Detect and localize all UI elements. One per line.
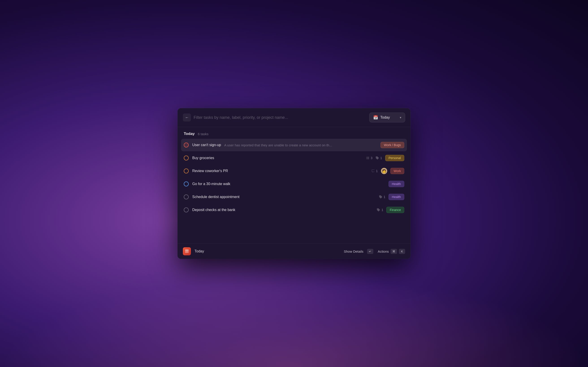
task-title: Review coworker's PR bbox=[192, 169, 228, 173]
cmd-key-badge: ⌘ bbox=[390, 249, 397, 254]
task-meta: Work / Bugs bbox=[380, 142, 404, 148]
chevron-down-icon: ▾ bbox=[400, 116, 401, 119]
task-title: Deposit checks at the bank bbox=[192, 208, 235, 212]
table-row[interactable]: Go for a 30-minute walk Health bbox=[181, 178, 407, 190]
tag-icon bbox=[379, 195, 382, 199]
date-selector[interactable]: 📅 Today ▾ bbox=[369, 113, 405, 122]
task-list: User can't sign-up A user has reported t… bbox=[177, 139, 411, 216]
tag-count: 1 bbox=[379, 195, 385, 199]
app-logo bbox=[183, 247, 191, 255]
task-meta: Health bbox=[389, 181, 404, 187]
app-window: ← 📅 Today ▾ Today 6 tasks User can't sig… bbox=[177, 108, 411, 259]
search-input[interactable] bbox=[194, 115, 367, 120]
task-checkbox[interactable] bbox=[184, 168, 189, 174]
task-description: A user has reported that they are unable… bbox=[224, 143, 332, 147]
comment-icon bbox=[371, 169, 375, 173]
subtask-icon bbox=[366, 156, 370, 160]
task-tag[interactable]: Work bbox=[390, 168, 404, 174]
task-tag[interactable]: Personal bbox=[385, 155, 404, 161]
tag-count: 1 bbox=[376, 156, 382, 160]
task-meta: 1 Finance bbox=[377, 207, 404, 213]
subtask-count: 3 bbox=[366, 156, 372, 160]
task-tag[interactable]: Health bbox=[389, 194, 404, 200]
task-tag[interactable]: Work / Bugs bbox=[380, 142, 404, 148]
task-title: Go for a 30-minute walk bbox=[192, 182, 230, 186]
comment-count: 1 bbox=[371, 169, 378, 173]
section-title: Today bbox=[184, 132, 195, 136]
tag-icon bbox=[376, 156, 379, 160]
svg-rect-0 bbox=[185, 250, 189, 250]
table-row[interactable]: Schedule dentist appointment 1 Health bbox=[181, 191, 407, 203]
task-tag[interactable]: Finance bbox=[386, 207, 404, 213]
table-row[interactable]: Review coworker's PR 1 🧑 Work bbox=[181, 165, 407, 177]
svg-rect-2 bbox=[185, 252, 189, 253]
task-count: 6 tasks bbox=[198, 132, 209, 136]
task-tag[interactable]: Health bbox=[389, 181, 404, 187]
calendar-icon: 📅 bbox=[373, 115, 378, 120]
back-button[interactable]: ← bbox=[183, 113, 191, 122]
task-checkbox[interactable] bbox=[184, 156, 189, 160]
task-checkbox[interactable] bbox=[184, 194, 189, 199]
table-row[interactable]: Deposit checks at the bank 1 Finance bbox=[181, 204, 407, 216]
task-checkbox[interactable] bbox=[184, 142, 189, 148]
task-checkbox[interactable] bbox=[184, 208, 189, 212]
table-row[interactable]: User can't sign-up A user has reported t… bbox=[181, 139, 407, 151]
section-header: Today 6 tasks bbox=[177, 127, 411, 139]
bottom-right: Show Details ↵ Actions ⌘ K bbox=[344, 249, 405, 254]
task-title: User can't sign-up bbox=[192, 143, 221, 147]
tag-icon bbox=[377, 208, 380, 212]
avatar: 🧑 bbox=[381, 168, 387, 174]
content-area: Today 6 tasks User can't sign-up A user … bbox=[177, 127, 411, 217]
task-meta: 1 Health bbox=[379, 194, 404, 200]
date-label: Today bbox=[380, 116, 398, 119]
bottom-bar-title: Today bbox=[195, 249, 340, 253]
task-title: Buy groceries bbox=[192, 156, 214, 160]
logo-icon bbox=[184, 249, 189, 254]
show-details-button[interactable]: Show Details bbox=[344, 250, 363, 253]
empty-area bbox=[177, 217, 411, 243]
table-row[interactable]: Buy groceries 3 1 Personal bbox=[181, 152, 407, 164]
tag-count: 1 bbox=[377, 208, 383, 212]
task-meta: 3 1 Personal bbox=[366, 155, 404, 161]
enter-key-badge: ↵ bbox=[367, 249, 373, 254]
bottom-bar: Today Show Details ↵ Actions ⌘ K bbox=[177, 243, 411, 259]
actions-button[interactable]: Actions bbox=[378, 250, 389, 253]
k-key-badge: K bbox=[399, 249, 405, 254]
search-bar: ← 📅 Today ▾ bbox=[177, 108, 411, 127]
task-meta: 1 🧑 Work bbox=[371, 168, 404, 174]
svg-rect-1 bbox=[185, 251, 189, 252]
task-checkbox[interactable] bbox=[184, 182, 189, 186]
task-title: Schedule dentist appointment bbox=[192, 195, 240, 199]
